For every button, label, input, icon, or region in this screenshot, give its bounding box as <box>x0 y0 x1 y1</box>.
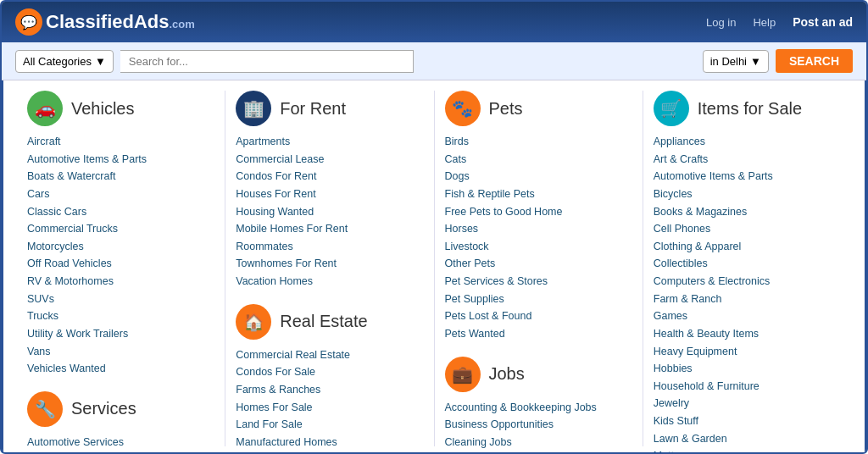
list-item[interactable]: Farm & Ranch <box>654 291 841 308</box>
list-item[interactable]: Commercial Lease <box>236 151 423 169</box>
section-header-jobs: 💼Jobs <box>445 357 632 392</box>
list-item[interactable]: Health & Beauty Items <box>654 325 841 343</box>
list-item[interactable]: Pets Wanted <box>445 325 632 343</box>
vehicles-icon: 🚗 <box>27 91 63 126</box>
category-label: All Categories <box>23 55 92 68</box>
location-dropdown[interactable]: in Delhi ▼ <box>703 50 769 73</box>
section-realestate: 🏠Real EstateCommercial Real EstateCondos… <box>236 304 423 454</box>
list-item[interactable]: Hobbies <box>654 360 841 378</box>
list-item[interactable]: Utility & Work Trailers <box>27 325 214 343</box>
list-item[interactable]: Mobile Homes For Rent <box>236 220 423 238</box>
column-col3: 🐾PetsBirdsCatsDogsFish & Reptile PetsFre… <box>435 91 643 446</box>
list-item[interactable]: Pet Supplies <box>445 291 632 308</box>
list-item[interactable]: Farms & Ranches <box>236 381 423 399</box>
list-item[interactable]: Other Real Estate <box>236 451 423 454</box>
list-item[interactable]: Kids Stuff <box>654 412 841 430</box>
list-item[interactable]: Cars <box>27 185 214 203</box>
section-vehicles: 🚗VehiclesAircraftAutomotive Items & Part… <box>27 91 214 378</box>
list-item[interactable]: Dogs <box>445 168 632 185</box>
realestate-icon: 🏠 <box>236 304 271 340</box>
list-item[interactable]: Land For Sale <box>236 416 423 434</box>
list-item[interactable]: Condos For Rent <box>236 168 423 185</box>
vehicles-title: Vehicles <box>71 99 135 119</box>
pets-icon: 🐾 <box>445 91 481 126</box>
list-item[interactable]: Jewelry <box>654 395 841 412</box>
main-content: 🚗VehiclesAircraftAutomotive Items & Part… <box>2 80 866 454</box>
section-header-services: 🔧Services <box>27 391 214 427</box>
list-item[interactable]: Commercial Trucks <box>27 220 214 238</box>
list-item[interactable]: Classic Cars <box>27 203 214 221</box>
logo-icon: 💬 <box>15 8 42 36</box>
list-item[interactable]: Art & Crafts <box>654 151 841 169</box>
list-item[interactable]: Heavy Equipment <box>654 343 841 361</box>
list-item[interactable]: Houses For Rent <box>236 185 423 203</box>
vehicles-links: AircraftAutomotive Items & PartsBoats & … <box>27 133 214 378</box>
list-item[interactable]: Other Pets <box>445 255 632 273</box>
list-item[interactable]: Pet Services & Stores <box>445 273 632 291</box>
list-item[interactable]: Pets Lost & Found <box>445 307 632 325</box>
column-col2: 🏢For RentApartmentsCommercial LeaseCondo… <box>225 91 434 446</box>
login-link[interactable]: Log in <box>706 16 736 29</box>
section-header-forrent: 🏢For Rent <box>236 91 423 126</box>
list-item[interactable]: Roommates <box>236 238 423 256</box>
logo-text: ClassifiedAds.com <box>46 11 195 33</box>
list-item[interactable]: Lawn & Garden <box>654 430 841 448</box>
list-item[interactable]: Cell Phones <box>654 220 841 238</box>
list-item[interactable]: Vacation Homes <box>236 273 423 291</box>
services-links: Automotive ServicesBeauty & Salon Servic… <box>27 434 214 454</box>
list-item[interactable]: Cats <box>445 151 632 169</box>
list-item[interactable]: Vehicles Wanted <box>27 360 214 378</box>
column-col4: 🛒Items for SaleAppliancesArt & CraftsAut… <box>643 91 851 446</box>
list-item[interactable]: Automotive Items & Parts <box>654 168 841 185</box>
help-link[interactable]: Help <box>753 16 776 29</box>
list-item[interactable]: Books & Magazines <box>654 203 841 221</box>
post-ad-link[interactable]: Post an ad <box>793 15 853 29</box>
list-item[interactable]: Household & Furniture <box>654 378 841 396</box>
list-item[interactable]: Cleaning Jobs <box>445 434 632 451</box>
list-item[interactable]: Construction Work <box>445 451 632 454</box>
list-item[interactable]: Aircraft <box>27 133 214 151</box>
forrent-icon: 🏢 <box>236 91 271 126</box>
list-item[interactable]: Automotive Services <box>27 434 214 451</box>
list-item[interactable]: Condos For Sale <box>236 363 423 381</box>
list-item[interactable]: Manufactured Homes <box>236 434 423 451</box>
list-item[interactable]: Boats & Watercraft <box>27 168 214 185</box>
list-item[interactable]: Commercial Real Estate <box>236 346 423 364</box>
list-item[interactable]: Free Pets to Good Home <box>445 203 632 221</box>
list-item[interactable]: Fish & Reptile Pets <box>445 185 632 203</box>
list-item[interactable]: Trucks <box>27 307 214 325</box>
list-item[interactable]: Computers & Electronics <box>654 273 841 291</box>
category-dropdown[interactable]: All Categories ▼ <box>15 50 114 73</box>
list-item[interactable]: Mattresses <box>654 447 841 454</box>
list-item[interactable]: Housing Wanted <box>236 203 423 221</box>
list-item[interactable]: Apartments <box>236 133 423 151</box>
search-button[interactable]: SEARCH <box>776 49 853 73</box>
list-item[interactable]: Bicycles <box>654 185 841 203</box>
list-item[interactable]: Birds <box>445 133 632 151</box>
search-input[interactable] <box>120 50 414 73</box>
chevron-down-icon: ▼ <box>750 55 761 68</box>
list-item[interactable]: SUVs <box>27 291 214 308</box>
list-item[interactable]: Vans <box>27 343 214 361</box>
list-item[interactable]: Horses <box>445 220 632 238</box>
jobs-title: Jobs <box>489 364 525 384</box>
list-item[interactable]: Townhomes For Rent <box>236 255 423 273</box>
list-item[interactable]: Homes For Sale <box>236 399 423 417</box>
list-item[interactable]: Collectibles <box>654 255 841 273</box>
list-item[interactable]: RV & Motorhomes <box>27 273 214 291</box>
section-jobs: 💼JobsAccounting & Bookkeeping JobsBusine… <box>445 357 632 455</box>
list-item[interactable]: Automotive Items & Parts <box>27 151 214 169</box>
forrent-title: For Rent <box>280 99 346 119</box>
list-item[interactable]: Appliances <box>654 133 841 151</box>
forrent-links: ApartmentsCommercial LeaseCondos For Ren… <box>236 133 423 291</box>
list-item[interactable]: Business Opportunities <box>445 416 632 434</box>
list-item[interactable]: Clothing & Apparel <box>654 238 841 256</box>
list-item[interactable]: Games <box>654 307 841 325</box>
list-item[interactable]: Beauty & Salon Services <box>27 451 214 454</box>
list-item[interactable]: Accounting & Bookkeeping Jobs <box>445 399 632 417</box>
list-item[interactable]: Off Road Vehicles <box>27 255 214 273</box>
list-item[interactable]: Livestock <box>445 238 632 256</box>
chevron-down-icon: ▼ <box>95 55 106 68</box>
list-item[interactable]: Motorcycles <box>27 238 214 256</box>
realestate-links: Commercial Real EstateCondos For SaleFar… <box>236 346 423 454</box>
